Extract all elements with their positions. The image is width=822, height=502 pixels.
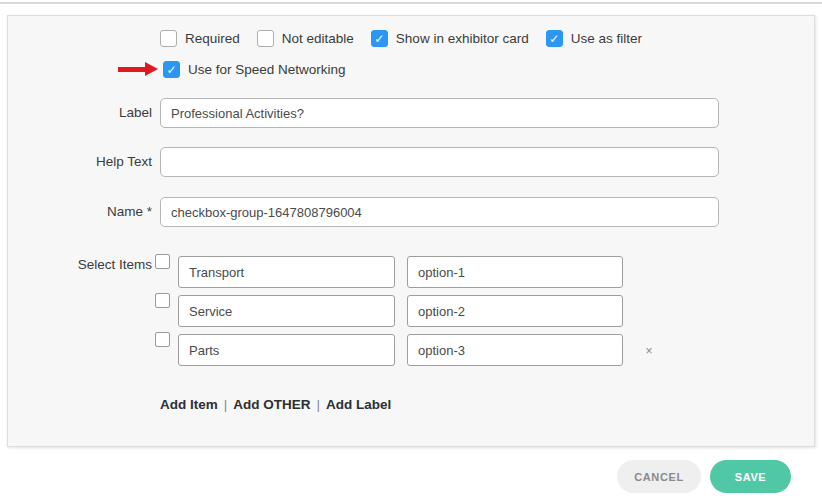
add-item-link[interactable]: Add Item: [160, 397, 218, 412]
select-item-checkbox[interactable]: ✓: [155, 254, 170, 269]
field-settings-card: [7, 15, 815, 447]
select-item-checkbox[interactable]: ✓: [155, 293, 170, 308]
select-item-value-input[interactable]: [407, 295, 623, 327]
select-items-label: Select Items: [0, 257, 152, 272]
select-item-value-input[interactable]: [407, 334, 623, 366]
show-in-exhibitor-card-checkbox[interactable]: ✓: [371, 30, 388, 47]
field-settings-page: ✓ Required ✓ Not editable ✓ Show in exhi…: [0, 0, 822, 502]
cancel-button[interactable]: CANCEL: [617, 460, 701, 493]
field-options-row: ✓ Required ✓ Not editable ✓ Show in exhi…: [160, 30, 659, 47]
name-field-label: Name *: [0, 197, 152, 227]
option-use-as-filter: ✓ Use as filter: [546, 30, 646, 47]
name-input[interactable]: [160, 197, 719, 227]
red-arrow-icon: [145, 62, 158, 76]
add-other-link[interactable]: Add OTHER: [233, 397, 310, 412]
use-as-filter-checkbox[interactable]: ✓: [546, 30, 563, 47]
add-links-row: Add Item|Add OTHER|Add Label: [160, 397, 391, 412]
link-separator: |: [311, 397, 327, 412]
required-checkbox[interactable]: ✓: [160, 30, 177, 47]
link-separator: |: [218, 397, 234, 412]
not-editable-label: Not editable: [282, 31, 354, 46]
help-text-input[interactable]: [160, 147, 719, 177]
select-item-value-input[interactable]: [407, 256, 623, 288]
select-item-name-input[interactable]: [178, 295, 395, 327]
red-arrow-icon: [118, 67, 146, 72]
label-field-label: Label: [0, 98, 152, 128]
option-not-editable: ✓ Not editable: [257, 30, 358, 47]
save-button[interactable]: SAVE: [710, 460, 791, 493]
label-input[interactable]: [160, 98, 719, 128]
add-label-link[interactable]: Add Label: [326, 397, 391, 412]
select-item-name-input[interactable]: [178, 334, 395, 366]
check-icon: ✓: [549, 33, 559, 45]
check-icon: ✓: [374, 33, 384, 45]
use-as-filter-label: Use as filter: [571, 31, 642, 46]
use-for-speed-networking-checkbox[interactable]: ✓: [163, 61, 180, 78]
select-item-checkbox[interactable]: ✓: [155, 332, 170, 347]
option-show-in-exhibitor-card: ✓ Show in exhibitor card: [371, 30, 533, 47]
option-required: ✓ Required: [160, 30, 244, 47]
show-in-exhibitor-card-label: Show in exhibitor card: [396, 31, 529, 46]
select-item-name-input[interactable]: [178, 256, 395, 288]
not-editable-checkbox[interactable]: ✓: [257, 30, 274, 47]
remove-item-icon[interactable]: ×: [642, 344, 656, 358]
required-label: Required: [185, 31, 240, 46]
check-icon: ✓: [166, 64, 176, 76]
top-divider: [0, 2, 822, 4]
use-for-speed-networking-label: Use for Speed Networking: [188, 62, 346, 77]
help-text-field-label: Help Text: [0, 147, 152, 177]
option-use-for-speed-networking: ✓ Use for Speed Networking: [163, 61, 350, 78]
